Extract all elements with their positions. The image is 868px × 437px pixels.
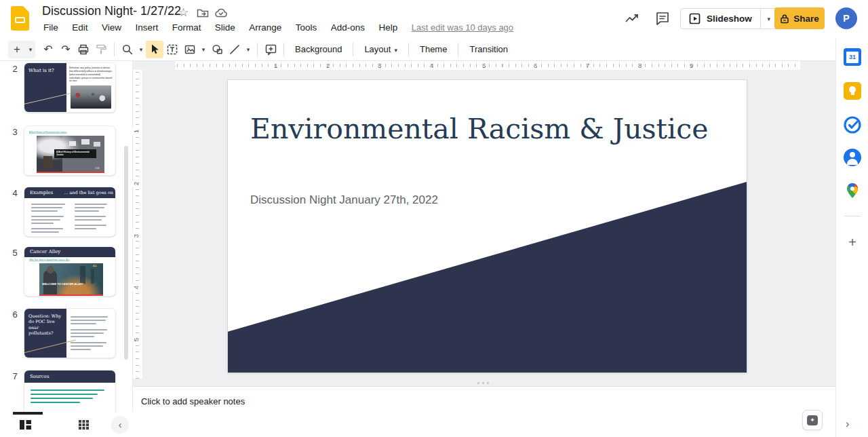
toolbar: + ▾ ↶ ↷ ▾ ▾ ▾ [0,38,868,61]
thumb7-title: Sources [30,374,50,379]
slide-thumbnail-5[interactable]: Cancer Alley Why This Town Is Dying From… [24,246,116,297]
current-slide[interactable]: Environmental Racism & Justice Discussio… [227,79,747,373]
thumb5-logo: AJ+ [93,265,102,272]
slide-thumbnail-7[interactable]: Sources [24,370,116,412]
insert-image-icon[interactable] [181,41,199,58]
vruler-number: 2 [132,180,140,187]
thumb5-header-band: Cancer Alley [24,247,116,257]
undo-icon[interactable]: ↶ [39,41,57,58]
select-tool-icon[interactable] [146,41,163,58]
image-caret-icon[interactable]: ▾ [199,41,208,58]
thumb4-right-header: ... and the list goes on [64,190,113,195]
background-button[interactable]: Background [288,41,349,58]
slide-thumbnail-4[interactable]: Examples ... and the list goes on [24,187,116,237]
hruler-number: 9 [688,61,694,70]
speaker-notes-panel: Click to add speaker notes ✦ [133,386,835,437]
menu-help[interactable]: Help [374,21,403,34]
menu-arrange[interactable]: Arrange [243,21,287,34]
thumb5-link-text: Why This Town Is Dying From Cancer: AJ+ [29,259,114,262]
speaker-notes-input[interactable]: Click to add speaker notes [141,396,245,406]
line-tool-icon[interactable] [226,41,243,58]
notes-resize-handle[interactable] [477,382,489,384]
keep-icon[interactable] [844,82,861,100]
new-slide-button[interactable]: + ▾ [8,41,35,58]
slide-thumbnail-6[interactable]: Question: Why do POC live near pollutant… [24,308,116,358]
thumb5-caption-text: WELCOME TO CANCER ALLEY [42,282,100,286]
menu-tools[interactable]: Tools [290,21,323,34]
thumb2-title: What is it? [28,68,54,73]
present-icon [689,13,701,24]
menu-edit[interactable]: Edit [66,21,93,34]
theme-button[interactable]: Theme [413,41,454,58]
slide-number: 6 [9,309,20,320]
thumb2-protest-photo [71,86,111,109]
share-button[interactable]: Share [774,7,825,29]
slideshow-button[interactable]: Slideshow ▾ [680,8,778,29]
thumb5-title: Cancer Alley [30,249,60,254]
menu-file[interactable]: File [38,21,64,34]
redo-icon[interactable]: ↷ [57,41,75,58]
transition-button[interactable]: Transition [462,41,515,58]
thumb3-caption: A Brief History of Environmental Justice [56,151,94,156]
document-status-cloud-icon[interactable] [214,7,228,18]
zoom-icon[interactable] [119,41,136,58]
layout-button[interactable]: Layout▾ [357,41,404,58]
slide-subtitle-textbox[interactable]: Discussion Night January 27th, 2022 [250,193,438,207]
shape-tool-icon[interactable] [208,41,226,58]
thumb5-tower [80,266,85,284]
toolbar-separator [114,43,115,56]
plus-icon: + [8,41,26,58]
slides-logo-icon[interactable] [11,6,29,31]
last-edit-link[interactable]: Last edit was 10 days ago [412,22,513,33]
thumb3-sign [69,141,76,146]
move-to-folder-icon[interactable] [197,7,209,18]
menu-addons[interactable]: Add-ons [326,21,370,34]
insert-comment-icon[interactable] [262,41,279,58]
account-avatar[interactable]: P [835,7,857,29]
hide-side-panel-chevron-icon[interactable]: › [846,418,849,430]
filmstrip-view-icon[interactable] [20,420,31,430]
zoom-caret-icon[interactable]: ▾ [136,41,146,58]
vruler-number: 5 [132,337,140,343]
explore-button[interactable]: ✦ [802,410,823,430]
tasks-icon[interactable] [844,116,861,134]
vruler-number: 3 [132,233,140,239]
active-view-indicator [13,412,43,415]
contacts-icon[interactable] [844,149,861,166]
slide-thumbnail-2[interactable]: What is it? Definition: any policy, prac… [24,62,116,113]
thumb5-video-thumbnail: AJ+ WELCOME TO CANCER ALLEY [39,263,103,296]
comment-history-icon[interactable] [654,10,671,26]
document-title[interactable]: Discussion Night- 1/27/22 [42,4,181,18]
slide-thumbnail-3[interactable]: A Brief History of Environmental Justice… [24,126,116,176]
menu-slide[interactable]: Slide [210,21,241,34]
thumb4-left-column-placeholder [31,202,68,235]
slide-title-textbox[interactable]: Environmental Racism & Justice [250,113,725,145]
new-slide-caret-icon[interactable]: ▾ [26,41,35,58]
grid-view-icon[interactable] [79,420,89,430]
star-icon[interactable]: ☆ [178,5,189,19]
activity-trend-icon[interactable] [624,11,640,26]
collapse-filmstrip-chevron-icon[interactable]: ‹ [111,416,129,434]
menu-insert[interactable]: Insert [130,21,163,34]
vruler-number: 4 [132,284,140,290]
thumb5-man-head [47,266,54,273]
line-caret-icon[interactable]: ▾ [243,41,253,58]
calendar-icon[interactable]: 31 [844,48,861,66]
slideshow-label: Slideshow [701,14,760,24]
get-addons-plus-icon[interactable]: + [844,233,861,251]
share-label: Share [793,14,819,24]
paint-format-icon[interactable] [92,41,110,58]
google-side-panel: 31 [835,38,868,437]
menu-format[interactable]: Format [167,21,207,34]
thumb4-header-band: Examples ... and the list goes on [24,187,116,198]
explore-sparkle-icon: ✦ [807,415,818,425]
print-icon[interactable] [75,41,92,58]
filmstrip-scrollbar[interactable] [124,146,128,360]
slide-number: 7 [9,371,20,381]
menu-view[interactable]: View [96,21,127,34]
slide-number: 5 [9,248,20,258]
maps-icon[interactable] [844,182,861,200]
thumb3-sign [81,139,90,145]
thumb3-duration-text: 1:34 [95,167,104,170]
text-box-icon[interactable] [163,41,181,58]
